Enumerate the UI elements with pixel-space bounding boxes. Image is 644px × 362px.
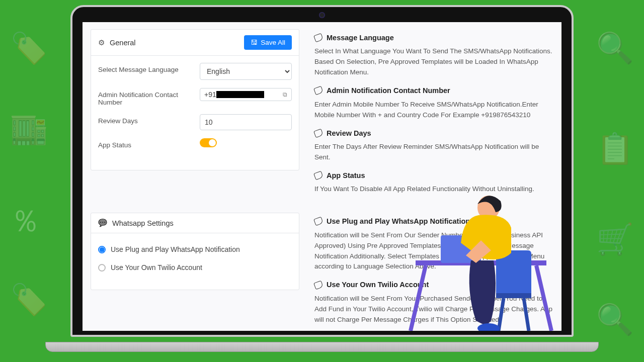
clipboard-icon[interactable]: ⧉: [283, 91, 287, 98]
hint-heading: Review Days: [327, 128, 371, 139]
hand-icon: [313, 33, 324, 43]
whatsapp-option-plugplay[interactable]: Use Plug and Play WhatsApp Notification: [98, 240, 292, 258]
laptop-base: [45, 342, 599, 352]
webcam-dot: [319, 12, 325, 18]
hint-text: Notification will be Sent From Your Purc…: [314, 294, 553, 325]
hint-text: Notification will be Sent From Our Sende…: [314, 230, 553, 273]
hint-heading: App Status: [327, 170, 365, 181]
hint-text: If You Want To Disable All App Related F…: [314, 184, 553, 195]
hand-icon: [313, 280, 324, 290]
language-select[interactable]: English: [200, 63, 292, 80]
review-days-input[interactable]: [200, 114, 292, 130]
app-status-toggle[interactable]: [200, 138, 217, 147]
hint-text: Enter The Days After Review Reminder SMS…: [314, 142, 553, 163]
admin-number-input[interactable]: +91 ⧉: [200, 88, 292, 101]
general-panel: General Save All Select Message Language: [91, 29, 299, 170]
review-days-label: Review Days: [98, 114, 194, 125]
app-screen: General Save All Select Message Language: [83, 22, 561, 331]
whatsapp-option-twilio[interactable]: Use Your Own Twilio Account: [98, 258, 292, 277]
hint-heading: Admin Notification Contact Number: [327, 85, 450, 96]
laptop-mockup: General Save All Select Message Language: [63, 5, 581, 357]
save-icon: [251, 39, 258, 46]
hint-heading: Use Your Own Twilio Account: [327, 279, 429, 290]
hand-icon: [313, 86, 324, 96]
hand-icon: [313, 217, 324, 226]
panel-title: General: [110, 39, 136, 47]
whatsapp-panel: Whatsapp Settings Use Plug and Play What…: [91, 213, 299, 290]
redacted-number: [216, 91, 264, 98]
gear-icon: [98, 39, 105, 47]
whatsapp-icon: [98, 219, 107, 227]
radio-unchecked-icon: [98, 264, 106, 272]
hint-text: Select In What Language You Want To Send…: [314, 46, 553, 78]
admin-number-label: Admin Notification Contact Number: [98, 88, 194, 106]
hand-icon: [313, 171, 324, 180]
hint-text: Enter Admin Mobile Number To Receive SMS…: [314, 100, 553, 121]
hint-heading: Use Plug and Play WhatsApp Notification: [327, 216, 470, 227]
panel-title: Whatsapp Settings: [112, 219, 174, 227]
save-all-button[interactable]: Save All: [244, 35, 292, 50]
hint-heading: Message Language: [327, 32, 394, 43]
hand-icon: [313, 128, 324, 138]
app-status-label: App Status: [98, 138, 194, 149]
lang-label: Select Message Language: [98, 63, 194, 73]
radio-checked-icon: [98, 246, 106, 253]
